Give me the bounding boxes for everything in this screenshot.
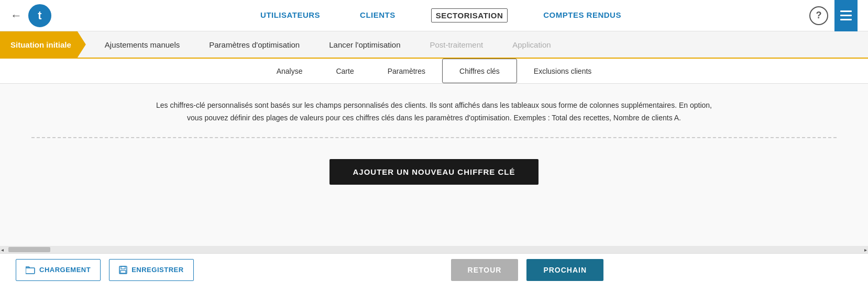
svg-rect-0 xyxy=(26,268,35,274)
step-ajustements-manuels[interactable]: Ajustements manuels xyxy=(90,31,194,58)
content-area: Les chiffres-clé personnalisés sont basé… xyxy=(0,84,868,246)
tab-exclusions-clients[interactable]: Exclusions clients xyxy=(517,59,609,83)
nav-sectorisation[interactable]: SECTORISATION xyxy=(431,8,508,22)
nav-comptes-rendus[interactable]: COMPTES RENDUS xyxy=(539,8,625,22)
tab-parametres[interactable]: Paramètres xyxy=(371,59,442,83)
step-nav: Situation initiale Ajustements manuels P… xyxy=(0,31,868,59)
help-button[interactable]: ? xyxy=(809,6,828,25)
chargement-button[interactable]: CHARGEMENT xyxy=(16,259,101,281)
menu-button[interactable] xyxy=(834,0,858,31)
sub-tabs: Analyse Carte Paramètres Chiffres clés E… xyxy=(0,59,868,84)
tab-chiffres-cles[interactable]: Chiffres clés xyxy=(442,59,517,83)
nav-right: ? xyxy=(809,0,858,31)
menu-icon-line3 xyxy=(840,19,852,20)
dashed-divider xyxy=(31,137,837,138)
back-button[interactable]: ← xyxy=(10,9,22,22)
retour-button[interactable]: RETOUR xyxy=(451,259,519,281)
step-lancer-optimisation[interactable]: Lancer l'optimisation xyxy=(314,31,415,58)
tab-carte[interactable]: Carte xyxy=(319,59,370,83)
menu-icon-line2 xyxy=(840,15,852,16)
step-situation-initiale[interactable]: Situation initiale xyxy=(0,31,86,58)
footer-center: RETOUR PROCHAIN xyxy=(202,259,852,281)
nav-links: UTILISATEURS CLIENTS SECTORISATION COMPT… xyxy=(72,8,809,22)
scroll-bar[interactable] xyxy=(0,246,868,253)
prochain-button[interactable]: PROCHAIN xyxy=(526,259,603,281)
nav-clients[interactable]: CLIENTS xyxy=(356,8,400,22)
add-chiffre-cle-button[interactable]: AJOUTER UN NOUVEAU CHIFFRE CLÉ xyxy=(329,159,538,185)
svg-rect-3 xyxy=(120,271,126,273)
info-text: Les chiffres-clé personnalisés sont basé… xyxy=(68,99,801,125)
save-icon xyxy=(119,266,127,274)
enregistrer-button[interactable]: ENREGISTRER xyxy=(109,259,193,281)
step-post-traitement: Post-traitement xyxy=(415,31,498,58)
menu-icon-line1 xyxy=(840,10,852,12)
step-parametres-optimisation[interactable]: Paramètres d'optimisation xyxy=(194,31,314,58)
footer: CHARGEMENT ENREGISTRER RETOUR PROCHAIN xyxy=(0,253,868,286)
scroll-thumb[interactable] xyxy=(8,247,50,252)
logo: t xyxy=(28,4,51,27)
step-application: Application xyxy=(498,31,565,58)
top-nav: ← t UTILISATEURS CLIENTS SECTORISATION C… xyxy=(0,0,868,31)
folder-icon xyxy=(26,266,35,274)
tab-analyse[interactable]: Analyse xyxy=(260,59,320,83)
nav-utilisateurs[interactable]: UTILISATEURS xyxy=(256,8,324,22)
